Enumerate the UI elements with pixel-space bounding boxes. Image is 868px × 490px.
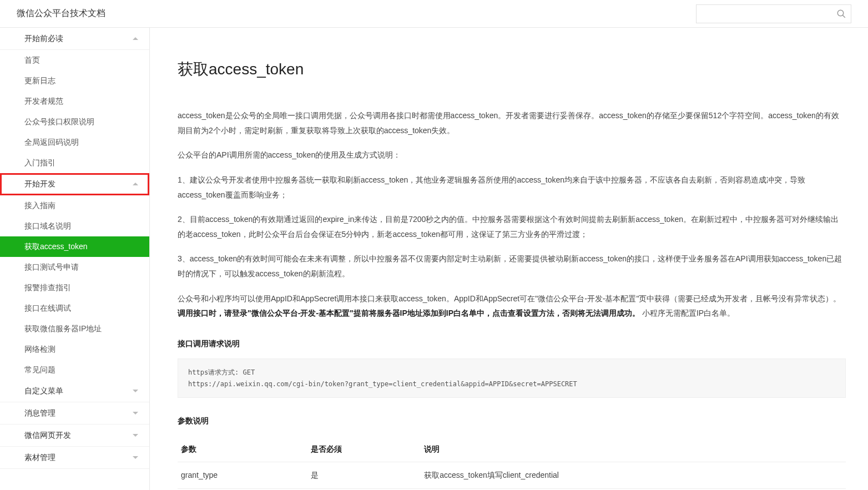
sidebar-item[interactable]: 接入指南 xyxy=(0,195,149,216)
sidebar-group-label: 消息管理 xyxy=(24,408,55,418)
sidebar-item[interactable]: 全局返回码说明 xyxy=(0,132,149,153)
doc-text: 公众号和小程序均可以使用AppID和AppSecret调用本接口来获取acces… xyxy=(178,294,841,303)
doc-paragraph: 2、目前access_token的有效期通过返回的expire_in来传达，目前… xyxy=(178,212,846,241)
sidebar-group-label: 自定义菜单 xyxy=(24,386,63,396)
content-area: 获取access_token access_token是公众号的全局唯一接口调用… xyxy=(150,28,868,490)
table-cell: 是 xyxy=(307,462,421,489)
sidebar-item[interactable]: 获取微信服务器IP地址 xyxy=(0,319,149,339)
chevron-up-icon xyxy=(133,37,138,40)
search-icon xyxy=(836,9,846,19)
svg-line-1 xyxy=(842,15,845,18)
chevron-down-icon xyxy=(133,456,138,459)
page-title: 获取access_token xyxy=(178,54,846,84)
sidebar-item[interactable]: 开发者规范 xyxy=(0,91,149,112)
table-cell: grant_type xyxy=(178,462,307,489)
table-header-cell: 是否必须 xyxy=(307,436,421,462)
sidebar-group[interactable]: 消息管理 xyxy=(0,402,149,425)
sidebar-item[interactable]: 首页 xyxy=(0,50,149,70)
sidebar: 开始前必读首页更新日志开发者规范公众号接口权限说明全局返回码说明入门指引开始开发… xyxy=(0,28,150,490)
chevron-up-icon xyxy=(133,183,138,185)
sidebar-group-label: 开始开发 xyxy=(24,179,55,189)
sidebar-item[interactable]: 接口测试号申请 xyxy=(0,257,149,277)
header: 微信公众平台技术文档 xyxy=(0,0,868,28)
sidebar-group[interactable]: 开始开发 xyxy=(0,173,149,195)
sidebar-group[interactable]: 微信网页开发 xyxy=(0,425,149,447)
sidebar-group-label: 微信网页开发 xyxy=(24,431,71,441)
table-row: grant_type是获取access_token填写client_creden… xyxy=(178,462,846,489)
sidebar-group-label: 素材管理 xyxy=(24,453,55,463)
doc-paragraph: 公众平台的API调用所需的access_token的使用及生成方式说明： xyxy=(178,148,846,163)
search-box[interactable] xyxy=(696,4,851,23)
param-table: 参数是否必须说明 grant_type是获取access_token填写clie… xyxy=(178,436,846,490)
section-heading: 接口调用请求说明 xyxy=(178,336,846,351)
page-brand-title: 微信公众平台技术文档 xyxy=(17,8,105,19)
doc-paragraph: 3、access_token的有效时间可能会在未来有调整，所以中控服务器不仅需要… xyxy=(178,251,846,281)
sidebar-group[interactable]: 素材管理 xyxy=(0,447,149,469)
code-block: https请求方式: GET https://api.weixin.qq.com… xyxy=(178,358,846,398)
table-cell: 获取access_token填写client_credential xyxy=(421,462,846,489)
sidebar-item[interactable]: 获取access_token xyxy=(0,236,149,257)
doc-paragraph: 公众号和小程序均可以使用AppID和AppSecret调用本接口来获取acces… xyxy=(178,291,846,321)
section-heading: 参数说明 xyxy=(178,413,846,428)
doc-paragraph: access_token是公众号的全局唯一接口调用凭据，公众号调用各接口时都需使… xyxy=(178,108,846,138)
sidebar-item[interactable]: 网络检测 xyxy=(0,339,149,360)
sidebar-group-label: 开始前必读 xyxy=(24,34,63,44)
sidebar-item[interactable]: 接口域名说明 xyxy=(0,216,149,236)
svg-point-0 xyxy=(837,10,844,16)
doc-text: 小程序无需配置IP白名单。 xyxy=(642,309,735,317)
sidebar-item[interactable]: 公众号接口权限说明 xyxy=(0,112,149,132)
chevron-down-icon xyxy=(133,434,138,437)
sidebar-item[interactable]: 接口在线调试 xyxy=(0,298,149,319)
search-input[interactable] xyxy=(697,5,836,23)
sidebar-item[interactable]: 入门指引 xyxy=(0,153,149,173)
chevron-down-icon xyxy=(133,390,138,392)
sidebar-group[interactable]: 自定义菜单 xyxy=(0,380,149,402)
sidebar-item[interactable]: 报警排查指引 xyxy=(0,277,149,298)
table-header-cell: 说明 xyxy=(421,436,846,462)
doc-paragraph: 1、建议公众号开发者使用中控服务器统一获取和刷新access_token，其他业… xyxy=(178,173,846,202)
sidebar-group[interactable]: 开始前必读 xyxy=(0,28,149,50)
table-header-cell: 参数 xyxy=(178,436,307,462)
sidebar-item[interactable]: 常见问题 xyxy=(0,360,149,380)
doc-text-bold: 调用接口时，请登录"微信公众平台-开发-基本配置"提前将服务器IP地址添加到IP… xyxy=(178,309,640,317)
sidebar-item[interactable]: 更新日志 xyxy=(0,70,149,91)
chevron-down-icon xyxy=(133,412,138,415)
